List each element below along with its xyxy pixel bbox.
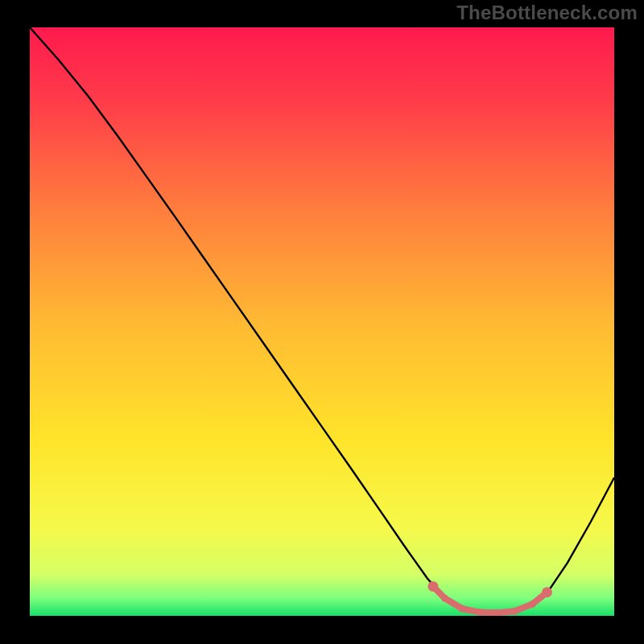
highlight-dot bbox=[477, 609, 484, 616]
plot-svg bbox=[30, 27, 614, 616]
highlight-dot bbox=[441, 595, 448, 602]
highlight-dot bbox=[542, 587, 552, 597]
watermark-text: TheBottleneck.com bbox=[456, 2, 638, 24]
chart-frame: TheBottleneck.com bbox=[0, 0, 644, 644]
highlight-dot bbox=[427, 581, 438, 592]
highlight-dot bbox=[459, 605, 466, 613]
plot-area bbox=[30, 27, 614, 616]
highlight-dot bbox=[529, 601, 536, 608]
highlight-dot bbox=[511, 608, 518, 615]
gradient-background bbox=[30, 27, 614, 616]
